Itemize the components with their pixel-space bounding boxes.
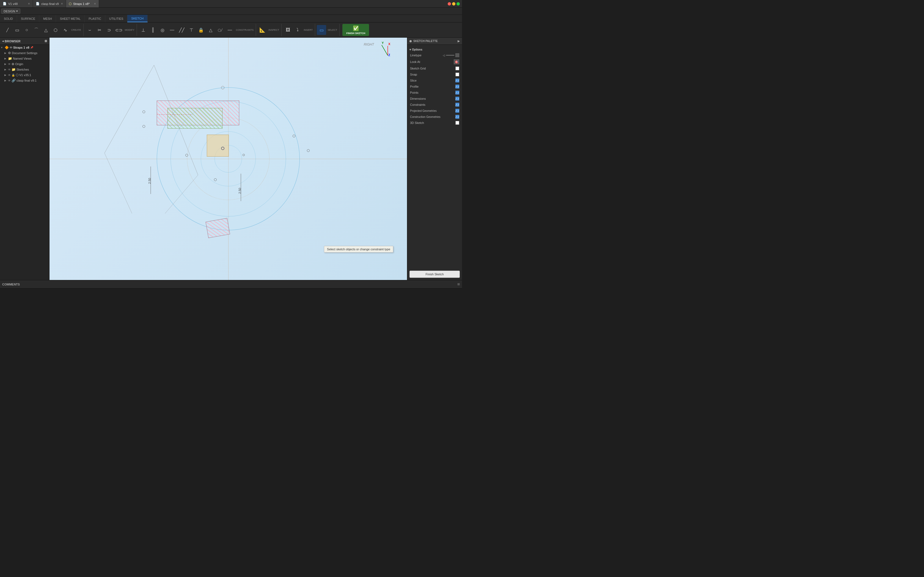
palette-collapse-icon[interactable]: ▶ [457,40,460,43]
toolbar-area: DESIGN ▾ SOLID SURFACE MESH SHEET METAL … [0,8,462,38]
tab-sheet-metal[interactable]: SHEET METAL [56,15,85,22]
tooltip-text: Select sketch objects or change constrai… [327,248,390,251]
minimize-window[interactable] [452,2,456,5]
linetype-prev-icon[interactable]: ◁ [443,54,445,57]
spline-icon: ∿ [63,27,67,33]
title-tab-1[interactable]: 📄 V1 v48 ✕ [0,0,33,7]
tab-utilities[interactable]: UTILITIES [105,15,127,22]
constr-geom-checkbox[interactable]: ✓ [456,115,459,119]
perp-tool[interactable]: ⊤ [187,25,196,35]
tab2-close[interactable]: ✕ [61,2,63,5]
arc-tool[interactable]: ⌒ [32,25,41,35]
viewport[interactable]: 2.50 2.50 Select sketch objects or chang [50,38,407,280]
proj-geom-checkbox[interactable]: ✓ [456,109,459,113]
maximize-window[interactable] [457,2,460,5]
look-at-label: Look At [410,60,420,63]
browser-v1v35[interactable]: ▶ 👁 🔒 ⬡ V1 v35:1 [0,72,49,78]
horiz-constraint-icon: △ [209,27,212,33]
lock-constraint-tool[interactable]: 🔒 [196,25,206,35]
tab-plastic[interactable]: PLASTIC [85,15,105,22]
titlebar: 📄 V1 v48 ✕ 📄 clasp final v9 ✕ ⬡ Straps 1… [0,0,462,8]
tab-sketch[interactable]: SKETCH [127,15,148,22]
offset-tool[interactable]: ⊂⊃ [114,25,123,35]
linetype-control[interactable]: ◁ [443,53,459,57]
circle-tool[interactable]: ○ [22,25,31,35]
spline-tool[interactable]: ∿ [60,25,70,35]
insert-image-tool[interactable]: 🖼 [283,25,292,35]
close-window[interactable] [448,2,451,5]
linetype-color-swatch[interactable] [456,53,459,57]
title-tab-3[interactable]: ⬡ Straps 1 v8* ✕ [66,0,99,7]
browser-root[interactable]: ▾ 🔶 👁 Straps 1 v8 📌 [0,45,49,50]
tab-solid[interactable]: SOLID [0,15,17,22]
polygon-tool[interactable]: ⬡ [51,25,60,35]
select-tool[interactable]: ▭ [317,25,326,35]
constraints-checkbox[interactable]: ✓ [456,103,459,106]
design-menu[interactable]: DESIGN ▾ [1,8,20,14]
palette-dimensions-row: Dimensions ✓ [409,96,460,102]
points-checkbox[interactable]: ✓ [456,91,459,95]
tangent-tool[interactable]: ◯╱ [216,25,225,35]
v1v35-eye-icon[interactable]: 👁 [8,74,11,77]
midpoint-tool[interactable]: — [168,25,177,35]
finish-sketch-label: FINISH SKETCH [346,32,365,35]
extend-tool[interactable]: ⊃ [105,25,114,35]
tab2-icon: 📄 [36,2,40,5]
constraint-tooltip: Select sketch objects or change constrai… [324,246,393,253]
finish-sketch-palette-button[interactable]: Finish Sketch [409,271,460,278]
origin-eye-icon[interactable]: 👁 [8,63,11,66]
browser-sketches[interactable]: ▶ 👁 📁 Sketches [0,67,49,72]
sketch-grid-checkbox[interactable] [456,66,459,70]
tab1-label: V1 v48 [8,2,18,5]
collinear-tool[interactable]: ║ [148,25,158,35]
comments-settings-icon[interactable]: ⊞ [457,282,460,286]
finish-sketch-button[interactable]: ✅ FINISH SKETCH [342,24,369,36]
slice-checkbox[interactable]: ✓ [456,79,459,82]
parallel-tool[interactable]: ╱╱ [177,25,186,35]
fillet-tool[interactable]: ⌣ [85,25,95,35]
clasp-eye-icon[interactable]: 👁 [8,79,11,82]
smooth-tool[interactable]: — [225,25,234,35]
tab-row: SOLID SURFACE MESH SHEET METAL PLASTIC U… [0,15,462,23]
svg-text:Z: Z [388,53,390,56]
browser-named-views[interactable]: ▶ 📁 Named Views [0,56,49,61]
title-tab-2[interactable]: 📄 clasp final v9 ✕ [33,0,66,7]
triangle-tool[interactable]: △ [41,25,51,35]
tab1-close[interactable]: ✕ [28,2,30,5]
points-label: Points [410,91,418,94]
root-eye-icon[interactable]: 👁 [10,46,12,49]
concentric-tool[interactable]: ◎ [158,25,167,35]
palette-constr-geom-row: Construction Geometries ✓ [409,114,460,120]
coincident-tool[interactable]: ⊥ [139,25,148,35]
tab3-close[interactable]: ✕ [94,2,96,5]
horiz-constraint-tool[interactable]: △ [206,25,215,35]
browser-toggle[interactable]: ◂ [2,40,3,43]
insert-tool[interactable]: ⤵ [293,25,302,35]
slice-label: Slice [410,79,417,82]
browser-header: ◂ BROWSER ⊞ [0,38,49,45]
browser-origin[interactable]: ▶ 👁 ⊕ Origin [0,61,49,67]
browser-settings-icon[interactable]: ⊞ [45,39,47,43]
profile-checkbox[interactable]: ✓ [456,85,459,89]
tab-surface[interactable]: SURFACE [17,15,39,22]
browser-doc-settings[interactable]: ▶ ⚙ Document Settings [0,50,49,56]
snap-checkbox[interactable] [456,73,459,76]
create-group: ╱ ▭ ○ ⌒ △ ⬡ ∿ CREATE [2,24,84,36]
tab-mesh[interactable]: MESH [39,15,56,22]
3d-sketch-checkbox[interactable] [456,121,459,125]
palette-title: SKETCH PALETTE [414,40,438,43]
browser-clasp[interactable]: ▶ 👁 🔗 clasp final v9:1 [0,78,49,83]
rect-tool[interactable]: ▭ [12,25,22,35]
create-label: CREATE [70,29,82,31]
origin-arrow: ▶ [5,63,7,65]
root-pin-icon: 📌 [30,46,33,49]
dimensions-checkbox[interactable]: ✓ [456,97,459,101]
measure-tool[interactable]: 📐 [258,25,267,35]
line-icon: ╱ [6,28,8,32]
line-tool[interactable]: ╱ [3,25,12,35]
look-at-button[interactable]: 🎯 [454,60,459,64]
trim-tool[interactable]: ✂ [95,25,104,35]
svg-text:2.50: 2.50 [238,188,241,194]
profile-label: Profile [410,85,418,88]
sketches-eye-icon[interactable]: 👁 [8,68,11,71]
